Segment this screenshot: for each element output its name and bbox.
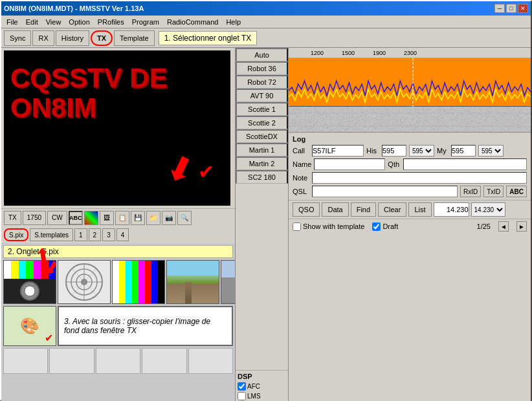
prev-page-button[interactable]: ◄: [498, 221, 509, 232]
minimize-button[interactable]: ─: [494, 4, 505, 13]
tab-sync[interactable]: Sync: [4, 30, 31, 46]
note-input[interactable]: [312, 172, 527, 184]
lms-checkbox[interactable]: [238, 392, 246, 400]
small-tab-spix[interactable]: S.pix: [4, 228, 28, 241]
thumb-7[interactable]: 🎨 ✔: [3, 306, 56, 346]
txid-button[interactable]: TxID: [483, 186, 504, 197]
thumb-empty-4[interactable]: [142, 348, 186, 374]
note-label: Note: [293, 174, 309, 182]
maximize-button[interactable]: □: [506, 4, 516, 13]
search-icon[interactable]: 🔍: [177, 211, 192, 225]
menu-program[interactable]: Program: [128, 17, 163, 27]
call-input[interactable]: [312, 145, 364, 157]
freq-1500: 1500: [342, 50, 355, 56]
copy-icon[interactable]: 📋: [115, 211, 129, 225]
mode-scottiedx[interactable]: ScottieDX: [236, 129, 288, 143]
log-row-1: Call His 595579559 My 595579559: [293, 145, 527, 157]
abc-button[interactable]: ABC: [506, 186, 527, 197]
list-button[interactable]: List: [408, 202, 431, 217]
menu-file[interactable]: File: [3, 17, 22, 27]
tab-template[interactable]: Template: [114, 30, 155, 46]
next-page-button[interactable]: ►: [516, 221, 527, 232]
menu-profiles[interactable]: PRofiles: [94, 17, 128, 27]
window-title: ON8IM (ON8IM.MDT) - MMSSTV Ver 1.13A: [4, 5, 144, 12]
tab-history[interactable]: History: [56, 30, 89, 46]
my-label: My: [437, 147, 449, 155]
folder-icon[interactable]: 📁: [146, 211, 161, 225]
qth-input[interactable]: [403, 158, 527, 170]
freq-1900: 1900: [373, 50, 386, 56]
thumb-1[interactable]: ⬇: [3, 260, 56, 304]
thumb-4[interactable]: [166, 260, 219, 304]
cw-button[interactable]: CW: [47, 211, 67, 225]
qth-label: Qth: [388, 160, 401, 168]
title-bar: ON8IM (ON8IM.MDT) - MMSSTV Ver 1.13A ─ □…: [1, 1, 531, 16]
my-dropdown[interactable]: 595579559: [478, 145, 504, 157]
his-input[interactable]: [382, 145, 406, 157]
thumb-5[interactable]: 🐱: [221, 260, 235, 304]
small-tab-1[interactable]: 1: [74, 228, 87, 241]
menu-radiocommand[interactable]: RadioCommand: [163, 17, 222, 27]
mode-martin2[interactable]: Martin 2: [236, 157, 288, 170]
abc-icon[interactable]: ABC: [69, 211, 83, 225]
tab-rx[interactable]: RX: [32, 30, 54, 46]
thumb-empty-5[interactable]: [188, 348, 233, 374]
qsl-input[interactable]: [312, 186, 458, 197]
main-area: CQSSTV DE ON8IM ⬇ ✔ TX 1750 CW ABC 🖼 📋 💾…: [1, 48, 531, 401]
show-template-checkbox[interactable]: [293, 222, 301, 231]
mode-avt90[interactable]: AVT 90: [236, 89, 288, 102]
data-button[interactable]: Data: [322, 202, 348, 217]
spectrum-svg: [289, 58, 531, 107]
mode-robot72[interactable]: Robot 72: [236, 75, 288, 89]
color-icon[interactable]: [84, 211, 98, 225]
find-button[interactable]: Find: [351, 202, 376, 217]
mode-scottie1[interactable]: Scottie 1: [236, 102, 288, 116]
mode-scottie2[interactable]: Scottie 2: [236, 116, 288, 129]
afc-checkbox[interactable]: [238, 382, 246, 391]
thumb-3[interactable]: [112, 260, 165, 304]
mode-list: Auto Robot 36 Robot 72 AVT 90 Scottie 1 …: [236, 48, 289, 401]
image-icon[interactable]: 🖼: [100, 211, 114, 225]
small-tab-2[interactable]: 2: [89, 228, 102, 241]
lms-label: LMS: [238, 392, 261, 400]
mode-martin1[interactable]: Martin 1: [236, 143, 288, 157]
menu-option[interactable]: Option: [65, 17, 93, 27]
clear-button[interactable]: Clear: [378, 202, 406, 217]
close-button[interactable]: ✕: [518, 4, 528, 13]
qsl-label: QSL: [293, 188, 309, 195]
tx-button[interactable]: TX: [4, 211, 21, 225]
camera-icon[interactable]: 📷: [162, 211, 176, 225]
spectrum-display: [289, 58, 531, 107]
tab-tx[interactable]: TX: [91, 30, 113, 46]
thumb-empty-2[interactable]: [49, 348, 94, 374]
thumb-empty-3[interactable]: [96, 348, 140, 374]
mode-auto[interactable]: Auto: [236, 48, 288, 61]
his-dropdown[interactable]: 595579559: [409, 145, 434, 157]
name-input[interactable]: [314, 158, 385, 170]
thumb-empty-1[interactable]: [3, 348, 48, 374]
menu-help[interactable]: Help: [222, 17, 245, 27]
dsp-label: DSP: [238, 373, 286, 380]
small-tabs-row: S.pix S.templates 1 2 3 4 ⬆: [1, 226, 235, 243]
freq-input[interactable]: [434, 202, 469, 217]
draft-checkbox[interactable]: [372, 222, 381, 231]
qso-button[interactable]: QSO: [293, 202, 320, 217]
tone-1750-button[interactable]: 1750: [23, 211, 46, 225]
menu-view[interactable]: View: [42, 17, 65, 27]
checkmark-icon: ✔: [198, 160, 214, 183]
freq-dropdown[interactable]: 14.23014.225: [471, 202, 505, 217]
mode-sc2180[interactable]: SC2 180: [236, 170, 288, 184]
rxid-button[interactable]: RxID: [460, 186, 481, 197]
freq-1200: 1200: [311, 50, 324, 56]
tx-preview-area: CQSSTV DE ON8IM ⬇ ✔: [4, 50, 230, 206]
mode-robot36[interactable]: Robot 36: [236, 61, 288, 75]
small-tab-stemplates[interactable]: S.templates: [30, 228, 73, 241]
small-tab-3[interactable]: 3: [102, 228, 115, 241]
save-icon[interactable]: 💾: [131, 211, 145, 225]
menu-edit[interactable]: Edit: [22, 17, 42, 27]
my-input[interactable]: [451, 145, 476, 157]
small-tab-4[interactable]: 4: [116, 228, 129, 241]
arrow-indicator: ⬇: [161, 148, 201, 191]
log-row-4: QSL RxID TxID ABC: [293, 186, 527, 197]
thumb-2[interactable]: [58, 260, 111, 304]
